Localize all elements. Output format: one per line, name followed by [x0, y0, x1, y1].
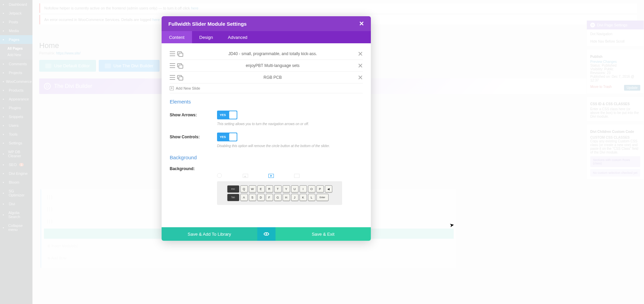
save-add-to-library-button[interactable]: Save & Add To Library [162, 227, 257, 241]
bg-image-tab[interactable] [243, 173, 248, 178]
delete-slide-button[interactable] [358, 63, 363, 68]
show-arrows-label: Show Arrows: [170, 113, 217, 117]
duplicate-icon[interactable] [177, 51, 183, 56]
key: I [300, 185, 307, 193]
delete-slide-button[interactable] [358, 75, 363, 80]
slide-title: enjoyPBT Multi-language sets [187, 63, 358, 68]
show-controls-toggle[interactable]: YES [217, 133, 237, 141]
key: W [249, 185, 256, 193]
duplicate-icon[interactable] [177, 75, 183, 80]
bg-preview[interactable]: escQWERTYUIOP◀ TabASDFGHJKLEnter [217, 181, 342, 205]
plus-icon: + [170, 86, 174, 90]
modal-close-button[interactable]: ✕ [359, 20, 364, 27]
tab-content[interactable]: Content [162, 31, 192, 43]
slide-row[interactable]: enjoyPBT Multi-language sets [170, 60, 363, 72]
key: Y [283, 185, 290, 193]
key: G [274, 194, 282, 201]
key: P [316, 185, 324, 193]
bg-gradient-tab[interactable] [294, 173, 300, 178]
slide-row[interactable]: RGB PCB [170, 72, 363, 84]
key: D [257, 194, 265, 201]
slide-row[interactable]: JD40 - small, programmable, and totally … [170, 48, 363, 60]
drag-handle-icon[interactable] [170, 75, 175, 80]
key: O [308, 185, 315, 193]
slider-module-settings-modal: Fullwidth Slider Module Settings ✕ Conte… [162, 16, 371, 241]
show-arrows-setting: Show Arrows: YES This setting allows you… [170, 111, 363, 126]
key: J [291, 194, 299, 201]
slide-title: JD40 - small, programmable, and totally … [187, 51, 358, 56]
duplicate-icon[interactable] [177, 63, 183, 68]
key: H [283, 194, 290, 201]
modal-footer: Save & Add To Library Save & Exit [162, 227, 371, 241]
show-arrows-toggle[interactable]: YES [217, 111, 237, 119]
modal-title: Fullwidth Slider Module Settings [168, 21, 247, 27]
tab-advanced[interactable]: Advanced [220, 31, 255, 43]
drag-handle-icon[interactable] [170, 51, 175, 56]
tab-design[interactable]: Design [192, 31, 220, 43]
key: esc [227, 185, 239, 193]
elements-section-header: Elements [170, 99, 363, 104]
background-section-header: Background [170, 155, 363, 160]
eye-icon [264, 232, 269, 236]
key: E [257, 185, 265, 193]
key: ◀ [325, 185, 332, 193]
preview-button[interactable] [257, 227, 276, 241]
background-setting: Background: escQWERTYUIOP◀ TabASDFGHJKLE… [170, 166, 363, 205]
key: R [266, 185, 273, 193]
modal-header: Fullwidth Slider Module Settings ✕ [162, 16, 371, 31]
show-controls-setting: Show Controls: YES Disabling this option… [170, 133, 363, 148]
bg-color-tab[interactable] [217, 173, 222, 178]
save-exit-button[interactable]: Save & Exit [276, 227, 371, 241]
bg-video-tab[interactable] [268, 173, 274, 178]
key: U [291, 185, 299, 193]
key: A [240, 194, 248, 201]
key: K [300, 194, 307, 201]
slide-title: RGB PCB [187, 75, 358, 80]
key: Q [240, 185, 248, 193]
key: L [308, 194, 315, 201]
key: S [249, 194, 256, 201]
background-label: Background: [170, 166, 217, 171]
key: Tab [227, 194, 239, 201]
delete-slide-button[interactable] [358, 51, 363, 56]
add-new-slide-button[interactable]: + Add New Slide [170, 84, 363, 93]
show-controls-label: Show Controls: [170, 135, 217, 139]
modal-tabs: Content Design Advanced [162, 31, 371, 43]
key: T [274, 185, 282, 193]
show-arrows-desc: This setting allows you to turn the navi… [217, 122, 363, 126]
key: Enter [316, 194, 329, 201]
modal-body[interactable]: JD40 - small, programmable, and totally … [162, 43, 371, 227]
key: F [266, 194, 273, 201]
show-controls-desc: Disabling this option will remove the ci… [217, 144, 363, 148]
drag-handle-icon[interactable] [170, 63, 175, 68]
